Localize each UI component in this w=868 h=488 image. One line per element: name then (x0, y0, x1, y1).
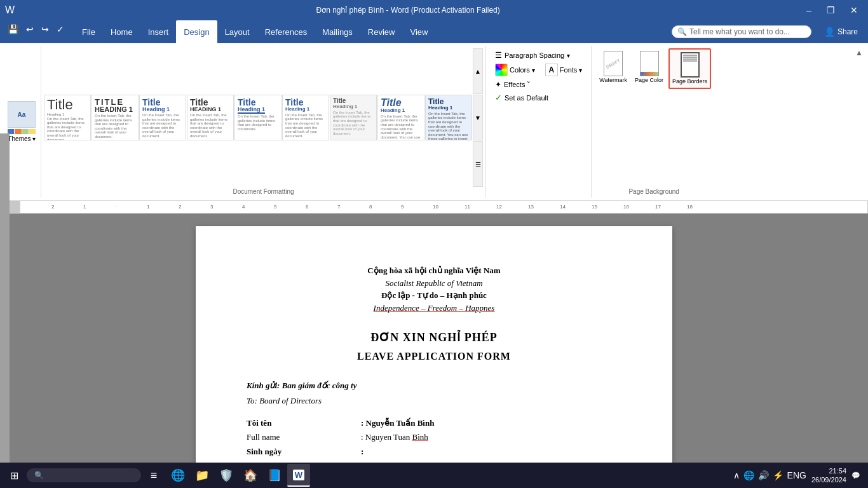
themes-icon: Aa (8, 101, 36, 134)
style-item-6[interactable]: Title Heading 1 On the Insert Tab, the g… (282, 95, 329, 140)
svg-text:1: 1 (147, 204, 150, 210)
battery-icon[interactable]: ⚡ (773, 470, 783, 480)
page-borders-icon (681, 52, 700, 78)
set-as-default-button[interactable]: ✓ Set as Default (492, 92, 585, 104)
notification-icon[interactable]: 💬 (851, 471, 860, 480)
document-area: Cộng hòa xã hội chủ nghĩa Việt Nam Socia… (0, 214, 868, 488)
page-color-button[interactable]: Page Color (632, 48, 666, 86)
gallery-scroll-down[interactable]: ▼ (473, 95, 483, 140)
style-item-4[interactable]: Title HEADING 1 On the Insert Tab, the g… (187, 95, 234, 140)
taskbar-edge[interactable]: 🌐 (166, 464, 189, 487)
svg-text:8: 8 (369, 204, 372, 210)
menu-design[interactable]: Design (176, 20, 217, 43)
page-background-group: DRAFT Watermark Page Color Page Bo (592, 46, 716, 198)
field-fullname-label: Full name (247, 431, 361, 444)
svg-text:13: 13 (528, 204, 534, 210)
themes-dropdown-icon: ▾ (32, 135, 36, 142)
effects-button[interactable]: ✦ Effects ˅ (492, 79, 585, 90)
style-item-5[interactable]: Title Heading 1 On the Insert Tab, the g… (234, 95, 281, 140)
svg-text:11: 11 (465, 204, 470, 210)
set-as-default-label: Set as Default (505, 94, 548, 102)
taskbar-taskview[interactable]: ≡ (142, 464, 165, 487)
svg-text:9: 9 (401, 204, 404, 210)
network-icon[interactable]: 🌐 (743, 470, 754, 480)
menu-review[interactable]: Review (360, 20, 403, 43)
gallery-more[interactable]: ☰ (473, 141, 483, 187)
paragraph-spacing-button[interactable]: ☰ Paragraph Spacing ▾ (492, 50, 585, 61)
menu-references[interactable]: References (257, 20, 315, 43)
tell-me-section: 🔍 Tell me what you want to do... (667, 20, 817, 43)
style-item-1[interactable]: Title Heading 1On the Insert Tab, the ga… (44, 95, 91, 140)
taskbar-defender[interactable]: 🛡️ (215, 464, 238, 487)
svg-text:17: 17 (655, 204, 661, 210)
share-button[interactable]: Share (837, 27, 858, 36)
taskbar-app1[interactable]: 🏠 (239, 464, 262, 487)
quick-access-toolbar: 💾 ↩ ↪ ✓ (0, 20, 72, 38)
style-item-9[interactable]: Title Heading 1 On the Insert Tab, the g… (425, 95, 472, 140)
ribbon-collapse-button[interactable]: ▲ (853, 46, 865, 198)
menu-mailings[interactable]: Mailings (315, 20, 360, 43)
greeting-en: To: Board of Directors (247, 395, 621, 407)
colors-label: Colors (510, 66, 530, 74)
page-borders-button[interactable]: Page Borders (668, 48, 711, 89)
menu-layout[interactable]: Layout (217, 20, 257, 43)
effects-icon: ✦ (495, 80, 501, 89)
style-item-7[interactable]: Title Heading 1 On the Insert Tab, the g… (330, 95, 377, 140)
themes-button[interactable]: Aa Themes ▾ (8, 48, 36, 195)
language-indicator[interactable]: ENG (787, 470, 806, 480)
teams-icon: 📘 (268, 468, 281, 482)
header-line2: Socialist Republic of Vietnam (247, 277, 621, 290)
explorer-icon: 📁 (195, 468, 209, 482)
undo-button[interactable]: ↩ (24, 23, 36, 36)
field-name-vn: Tôi tên : Nguyễn Tuấn Bình (247, 417, 621, 430)
page-color-icon (640, 51, 659, 76)
check-button[interactable]: ✓ (54, 23, 67, 36)
taskbar-search[interactable]: 🔍 (27, 468, 141, 482)
document-formatting-group: Title Heading 1On the Insert Tab, the ga… (41, 46, 486, 198)
volume-icon[interactable]: 🔊 (758, 470, 769, 480)
field-fullname-value: : Nguyen Tuan Bình (361, 431, 428, 444)
save-button[interactable]: 💾 (5, 23, 21, 36)
menu-home[interactable]: Home (103, 20, 140, 43)
taskbar-tray-icons: ∧ 🌐 🔊 ⚡ ENG (733, 470, 806, 480)
paragraph-spacing-dropdown-icon: ▾ (567, 52, 570, 59)
gallery-scroll-up[interactable]: ▲ (473, 48, 483, 94)
taskbar-word[interactable]: W (287, 464, 310, 487)
word-icon: W (293, 470, 304, 480)
svg-text:10: 10 (433, 204, 438, 210)
svg-text:18: 18 (687, 204, 693, 210)
page-color-label: Page Color (635, 78, 663, 84)
themes-label: Themes ▾ (8, 135, 35, 142)
menu-view[interactable]: View (402, 20, 435, 43)
restore-button[interactable]: ❐ (822, 4, 840, 17)
styles-gallery: Title Heading 1On the Insert Tab, the ga… (44, 48, 483, 187)
header-line4: Independence – Freedom – Happnes (247, 302, 621, 315)
style-item-3[interactable]: Title Heading 1 On the Insert Tab, the g… (139, 95, 186, 140)
menu-file[interactable]: File (74, 20, 103, 43)
colors-button[interactable]: Colors ▾ (492, 62, 538, 78)
chevron-up-icon[interactable]: ∧ (733, 470, 740, 480)
watermark-button[interactable]: DRAFT Watermark (597, 48, 630, 86)
fonts-button[interactable]: A Fonts ▾ (543, 62, 585, 78)
close-button[interactable]: ✕ (845, 4, 863, 17)
start-button[interactable]: ⊞ (3, 464, 25, 487)
style-item-8[interactable]: Title Heading 1 On the Insert Tab, the g… (377, 95, 424, 140)
colors-fonts-row: Colors ▾ A Fonts ▾ (492, 62, 585, 78)
edge-icon: 🌐 (171, 468, 185, 482)
taskbar-clock[interactable]: 21:54 26/09/2024 (811, 466, 846, 485)
tell-me-input[interactable]: 🔍 Tell me what you want to do... (672, 25, 811, 38)
set-default-check-icon: ✓ (495, 93, 502, 102)
taskbar-explorer[interactable]: 📁 (191, 464, 214, 487)
menu-insert[interactable]: Insert (140, 20, 177, 43)
colors-swatch-icon (495, 64, 508, 76)
redo-button[interactable]: ↪ (39, 23, 51, 36)
svg-text:14: 14 (560, 204, 566, 210)
minimize-button[interactable]: – (801, 4, 817, 17)
style-item-2[interactable]: TITLE HEADING 1 On the Insert Tab, the g… (92, 95, 139, 140)
field-sinh-colon: : (361, 445, 363, 458)
share-section: 👤 Share (817, 20, 865, 43)
taskbar-teams[interactable]: 📘 (263, 464, 286, 487)
taskbar-right: ∧ 🌐 🔊 ⚡ ENG 21:54 26/09/2024 💬 (733, 466, 865, 485)
search-icon: 🔍 (34, 471, 44, 480)
svg-text:16: 16 (623, 204, 629, 210)
